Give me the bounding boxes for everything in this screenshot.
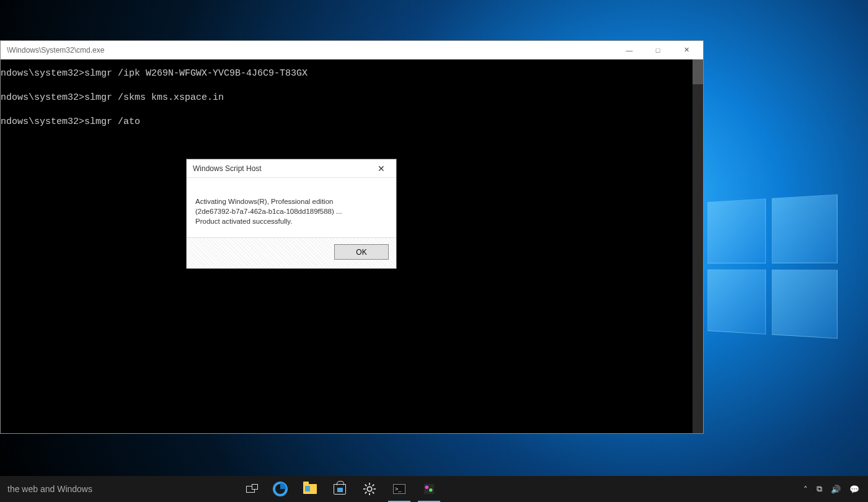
cmd-scrollbar[interactable] (693, 59, 703, 433)
cmd-line: ndows\system32>slmgr /skms kms.xspace.in (1, 92, 701, 103)
taskbar-apps: >_ (236, 476, 444, 502)
notifications-icon[interactable]: 💬 (849, 485, 859, 494)
cmd-titlebar[interactable]: \Windows\System32\cmd.exe — □ ✕ (1, 41, 703, 59)
app-icon (422, 482, 436, 496)
svg-point-12 (429, 488, 433, 492)
taskbar: the web and Windows (0, 476, 868, 502)
dialog-footer: OK (187, 237, 396, 268)
maximize-button[interactable]: □ (644, 42, 672, 59)
network-icon[interactable]: ⧉ (817, 484, 822, 494)
task-view-icon (246, 486, 255, 493)
svg-line-9 (373, 485, 374, 487)
svg-line-7 (373, 492, 374, 494)
file-explorer-button[interactable] (295, 476, 325, 502)
gear-icon (363, 482, 376, 496)
script-host-dialog: Windows Script Host ✕ Activating Windows… (186, 159, 397, 269)
dialog-body: Activating Windows(R), Professional edit… (187, 178, 396, 237)
volume-icon[interactable]: 🔊 (831, 485, 841, 494)
svg-rect-10 (424, 484, 435, 495)
store-icon (334, 484, 346, 495)
settings-button[interactable] (355, 476, 384, 502)
svg-point-1 (367, 487, 371, 491)
edge-button[interactable] (265, 476, 295, 502)
dialog-close-button[interactable]: ✕ (369, 161, 394, 177)
dialog-text-line: (2de67392-b7a7-462a-b1ca-108dd189f588) .… (195, 206, 388, 216)
edge-icon (273, 482, 288, 496)
cmd-line: ndows\system32>slmgr /ipk W269N-WFGWX-YV… (1, 68, 701, 79)
svg-line-6 (365, 485, 367, 487)
scrollbar-thumb[interactable] (693, 59, 703, 84)
svg-line-8 (365, 492, 367, 494)
task-view-button[interactable] (236, 476, 265, 502)
folder-icon (303, 484, 317, 494)
cmd-window-controls: — □ ✕ (615, 42, 701, 59)
cmd-line: ndows\system32>slmgr /ato (1, 117, 701, 127)
close-button[interactable]: ✕ (672, 42, 701, 59)
dialog-text-line: Product activated successfully. (195, 216, 388, 226)
cmd-icon: >_ (393, 484, 405, 494)
store-button[interactable] (325, 476, 355, 502)
svg-point-11 (425, 486, 429, 490)
dialog-title: Windows Script Host (193, 164, 262, 173)
cmd-title: \Windows\System32\cmd.exe (7, 46, 104, 55)
search-placeholder: the web and Windows (7, 484, 92, 494)
app-button[interactable] (414, 476, 444, 502)
dialog-text-line: Activating Windows(R), Professional edit… (195, 196, 388, 206)
ok-button[interactable]: OK (334, 244, 389, 260)
tray-chevron-icon[interactable]: ˄ (804, 485, 808, 494)
desktop-windows-logo (707, 194, 838, 338)
minimize-button[interactable]: — (615, 42, 644, 59)
taskbar-search[interactable]: the web and Windows (0, 476, 198, 502)
dialog-titlebar[interactable]: Windows Script Host ✕ (187, 159, 396, 178)
cmd-taskbar-button[interactable]: >_ (384, 476, 414, 502)
system-tray: ˄ ⧉ 🔊 💬 (795, 476, 868, 502)
